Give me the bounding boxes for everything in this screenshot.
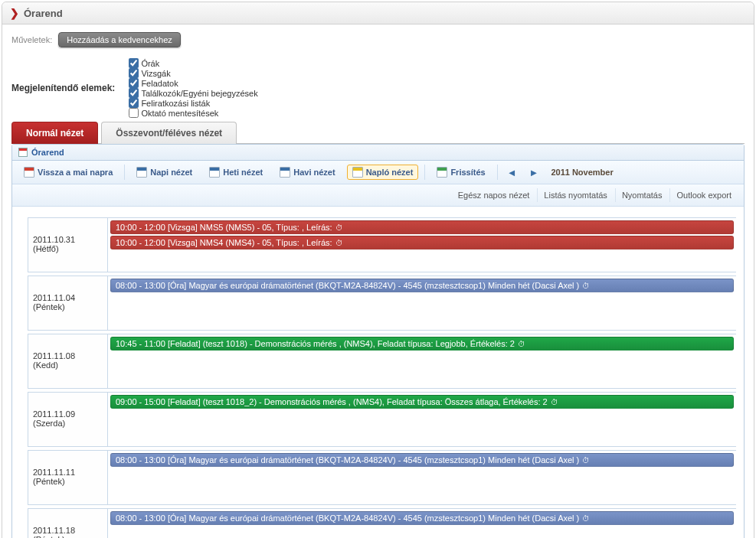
filters-label: Megjelenítendő elemek:: [11, 83, 115, 93]
filter-checkbox[interactable]: Vizsgák: [129, 68, 257, 78]
clock-icon: ⏱: [335, 223, 343, 232]
month-view-label: Havi nézet: [293, 168, 335, 177]
event-text: 08:00 - 13:00 [Óra] Magyar és európai dr…: [116, 455, 579, 465]
calendar-icon: [18, 148, 28, 157]
filter-checkbox[interactable]: Feladatok: [129, 78, 257, 88]
outlook-export-button[interactable]: Outlook export: [669, 188, 738, 202]
refresh-button[interactable]: Frissítés: [431, 165, 490, 180]
panel-body: Műveletek: Hozzáadás a kedvencekhez Megj…: [2, 24, 754, 538]
calendar-event[interactable]: 10:00 - 12:00 [Vizsga] NMS5 (NMS5) - 05,…: [110, 220, 734, 234]
log-events-cell: 08:00 - 13:00 [Óra] Magyar és európai dr…: [108, 276, 736, 330]
caret-right-icon: ❯: [10, 7, 19, 19]
clock-icon: ⏱: [518, 340, 525, 348]
actions-label: Műveletek:: [11, 35, 52, 44]
log-events-cell: 08:00 - 13:00 [Óra] Magyar és európai dr…: [108, 509, 736, 538]
prev-period-button[interactable]: ◄: [504, 167, 520, 178]
week-view-label: Heti nézet: [223, 168, 263, 177]
log-date-cell: 2011.10.31(Hétfő): [28, 218, 108, 272]
actions-row: Műveletek: Hozzáadás a kedvencekhez: [11, 32, 745, 47]
filter-checkbox-input[interactable]: [129, 68, 139, 78]
clock-icon: ⏱: [582, 514, 590, 523]
separator: [424, 165, 425, 180]
calendar-log-icon: [352, 167, 363, 178]
tab-normal-view[interactable]: Normál nézet: [11, 122, 98, 144]
next-period-button[interactable]: ►: [526, 167, 542, 178]
filter-checkbox[interactable]: Órák: [129, 58, 257, 68]
clock-icon: ⏱: [551, 398, 558, 406]
calendar-month-icon: [280, 167, 290, 178]
separator: [497, 165, 498, 180]
log-events-cell: 10:45 - 11:00 [Feladat] (teszt 1018) - D…: [108, 334, 736, 388]
event-text: 08:00 - 13:00 [Óra] Magyar és európai dr…: [116, 514, 579, 523]
log-date-cell: 2011.11.09(Szerda): [28, 393, 108, 446]
log-row: 2011.11.04(Péntek)08:00 - 13:00 [Óra] Ma…: [28, 276, 736, 331]
today-button[interactable]: Vissza a mai napra: [18, 165, 118, 180]
log-list: 2011.10.31(Hétfő)10:00 - 12:00 [Vizsga] …: [12, 207, 744, 538]
log-row: 2011.11.11(Péntek)08:00 - 13:00 [Óra] Ma…: [28, 450, 736, 505]
log-row: 2011.11.09(Szerda)09:00 - 15:00 [Feladat…: [28, 392, 736, 447]
calendar-event[interactable]: 09:00 - 15:00 [Feladat] (teszt 1018_2) -…: [110, 395, 734, 409]
allday-view-button[interactable]: Egész napos nézet: [452, 188, 536, 202]
filter-checkbox[interactable]: Oktató mentesítések: [129, 108, 257, 118]
log-events-cell: 09:00 - 15:00 [Feladat] (teszt 1018_2) -…: [108, 393, 736, 446]
month-view-button[interactable]: Havi nézet: [274, 165, 340, 180]
log-date-cell: 2011.11.18(Péntek): [28, 509, 108, 538]
tabs-row: Normál nézet Összevont/féléves nézet: [11, 121, 745, 144]
log-view-label: Napló nézet: [366, 168, 414, 177]
filters-row: Megjelenítendő elemek: Órák Vizsgák Fela…: [11, 58, 745, 118]
calendar-event[interactable]: 08:00 - 13:00 [Óra] Magyar és európai dr…: [110, 279, 734, 292]
filter-checkbox-label: Feliratkozási listák: [141, 99, 210, 108]
calendar-today-icon: [24, 167, 34, 178]
calendar-event[interactable]: 10:00 - 12:00 [Vizsga] NMS4 (NMS4) - 05,…: [110, 236, 734, 249]
calendar-day-icon: [136, 167, 147, 178]
filter-checkbox-input[interactable]: [129, 108, 139, 118]
print-button[interactable]: Nyomtatás: [615, 188, 669, 202]
filter-checkbox-label: Találkozók/Egyéni bejegyzések: [141, 89, 257, 98]
log-row: 2011.11.08(Kedd)10:45 - 11:00 [Feladat] …: [28, 334, 736, 389]
calendar-week-icon: [209, 167, 220, 178]
page-title: Órarend: [24, 8, 63, 19]
log-row: 2011.11.18(Péntek)08:00 - 13:00 [Óra] Ma…: [28, 508, 736, 538]
filter-checkbox-label: Feladatok: [141, 79, 178, 88]
main-panel: ❯ Órarend Műveletek: Hozzáadás a kedvenc…: [2, 2, 754, 538]
filter-checkbox-input[interactable]: [129, 78, 139, 88]
list-print-button[interactable]: Listás nyomtatás: [537, 188, 614, 202]
event-text: 10:00 - 12:00 [Vizsga] NMS4 (NMS4) - 05,…: [116, 238, 332, 247]
filter-checkbox-input[interactable]: [129, 58, 139, 68]
event-text: 09:00 - 15:00 [Feladat] (teszt 1018_2) -…: [116, 397, 548, 406]
log-view-button[interactable]: Napló nézet: [347, 165, 419, 180]
schedule-subpanel: Órarend Vissza a mai napra Napi nézet He…: [11, 144, 745, 538]
today-label: Vissza a mai napra: [38, 168, 113, 177]
filter-checkbox[interactable]: Feliratkozási listák: [129, 98, 257, 108]
week-view-button[interactable]: Heti nézet: [204, 165, 268, 180]
separator: [124, 165, 125, 180]
log-row: 2011.10.31(Hétfő)10:00 - 12:00 [Vizsga] …: [28, 217, 736, 272]
calendar-event[interactable]: 08:00 - 13:00 [Óra] Magyar és európai dr…: [110, 511, 734, 525]
calendar-event[interactable]: 08:00 - 13:00 [Óra] Magyar és európai dr…: [110, 453, 734, 467]
log-events-cell: 10:00 - 12:00 [Vizsga] NMS5 (NMS5) - 05,…: [108, 218, 736, 272]
log-date-cell: 2011.11.11(Péntek): [28, 451, 108, 504]
calendar-event[interactable]: 10:45 - 11:00 [Feladat] (teszt 1018) - D…: [110, 337, 734, 351]
filter-checkbox-label: Órák: [141, 59, 159, 68]
event-text: 10:00 - 12:00 [Vizsga] NMS5 (NMS5) - 05,…: [116, 223, 332, 232]
panel-header: ❯ Órarend: [2, 2, 754, 24]
tab-merged-view[interactable]: Összevont/féléves nézet: [101, 122, 237, 144]
view-toolbar: Vissza a mai napra Napi nézet Heti nézet…: [12, 161, 744, 184]
add-favorite-button[interactable]: Hozzáadás a kedvencekhez: [58, 32, 181, 47]
filter-checkbox[interactable]: Találkozók/Egyéni bejegyzések: [129, 88, 257, 98]
subpanel-header: Órarend: [12, 145, 744, 161]
period-label: 2011 November: [551, 168, 613, 177]
clock-icon: ⏱: [582, 456, 590, 465]
clock-icon: ⏱: [335, 239, 343, 247]
filter-checkbox-input[interactable]: [129, 88, 139, 98]
refresh-icon: [437, 167, 447, 178]
subpanel-title: Órarend: [31, 148, 64, 157]
event-text: 08:00 - 13:00 [Óra] Magyar és európai dr…: [116, 281, 579, 290]
day-view-button[interactable]: Napi nézet: [131, 165, 198, 180]
day-view-label: Napi nézet: [150, 168, 192, 177]
event-text: 10:45 - 11:00 [Feladat] (teszt 1018) - D…: [116, 339, 515, 348]
log-date-cell: 2011.11.08(Kedd): [28, 334, 108, 388]
filter-checkbox-input[interactable]: [129, 98, 139, 108]
export-toolbar: Egész napos nézet Listás nyomtatás Nyomt…: [12, 184, 744, 207]
log-events-cell: 08:00 - 13:00 [Óra] Magyar és európai dr…: [108, 451, 736, 504]
